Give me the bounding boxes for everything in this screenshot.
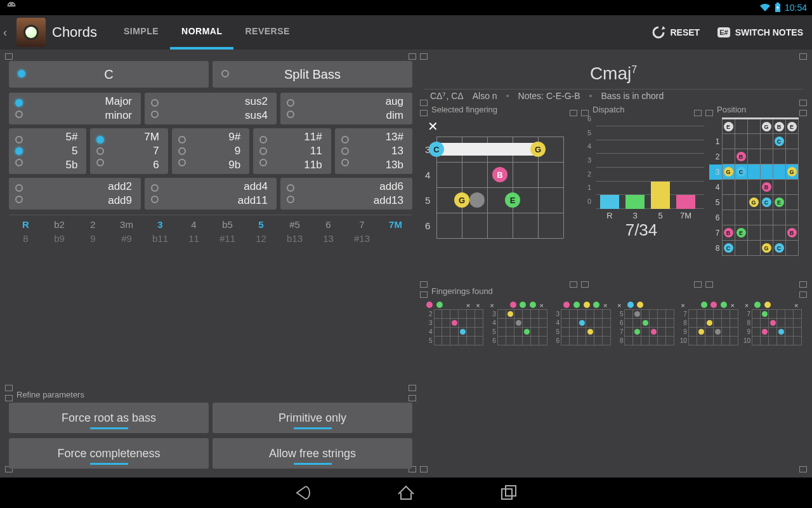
ext-9[interactable]: 9#99b	[172, 128, 249, 174]
nav-back-icon[interactable]	[293, 483, 313, 503]
degree-5[interactable]: 512	[244, 218, 278, 246]
ext-5[interactable]: 5#55b	[9, 128, 86, 174]
fingering-thumb[interactable]: ××2345	[425, 302, 483, 345]
nav-recent-icon[interactable]	[499, 483, 519, 503]
degree-7[interactable]: 7#13	[345, 218, 379, 246]
ext-11[interactable]: 11#1111b	[253, 128, 331, 174]
degree-7M[interactable]: 7M	[379, 218, 412, 246]
tab-simple[interactable]: SIMPLE	[112, 15, 170, 50]
quality-sus[interactable]: sus2sus4	[145, 93, 277, 124]
primitive-only[interactable]: Primitive only	[213, 403, 412, 433]
switch-notes-button[interactable]: E# SWITCH NOTES	[709, 27, 812, 37]
radio-on-icon	[18, 70, 25, 77]
status-left	[5, 2, 18, 14]
degree-3m[interactable]: 3m#9	[110, 218, 143, 246]
nav-home-icon[interactable]	[396, 483, 416, 503]
degree-6[interactable]: 613	[311, 218, 345, 246]
svg-point-0	[9, 4, 10, 5]
ext-7[interactable]: 7M76	[90, 128, 167, 174]
tab-reverse[interactable]: REVERSE	[233, 15, 301, 50]
quality-aug-dim[interactable]: augdim	[280, 93, 412, 124]
result-header-frame: Cmaj7 CΔ⁷, CΔ Also n• Notes: C-E-G-B• Ba…	[420, 53, 807, 106]
root-note-selector[interactable]: C	[9, 61, 209, 88]
app-bar: ‹ Chords SIMPLE NORMAL REVERSE RESET E# …	[0, 15, 812, 50]
degree-#5[interactable]: #5b13	[278, 218, 311, 246]
selected-fretboard[interactable]: 3456CGBGE	[436, 137, 571, 238]
add-2-9[interactable]: add2add9	[9, 178, 141, 210]
app-icon[interactable]	[16, 18, 46, 47]
fingering-thumb[interactable]: ×5678	[616, 302, 674, 345]
allow-free-strings[interactable]: Allow free strings	[213, 438, 412, 469]
ext-13[interactable]: 13#1313b	[335, 128, 412, 174]
add-4-11[interactable]: add4add11	[145, 178, 277, 210]
degree-strip: R8b2b9293m#93b11411b5#11512#5b136137#137…	[9, 215, 412, 246]
chord-name: Cmaj7	[424, 61, 803, 89]
degree-3[interactable]: 3b11	[143, 218, 177, 246]
wifi-icon	[759, 3, 771, 12]
reset-icon	[652, 25, 665, 39]
fingerings-list[interactable]: ××2345××3456×3456×5678××78910××78910	[424, 299, 803, 348]
radio-off-icon	[221, 70, 229, 77]
bugdroid-icon	[5, 2, 18, 12]
mode-tabs: SIMPLE NORMAL REVERSE	[112, 15, 301, 50]
chord-info-row: CΔ⁷, CΔ Also n• Notes: C-E-G-B• Bass is …	[424, 89, 803, 102]
refine-frame: Refine parameters Force root as bass Pri…	[5, 395, 416, 472]
note-name-icon: E#	[717, 27, 730, 37]
back-button[interactable]: ‹	[0, 26, 10, 39]
fingering-thumb[interactable]: ××78910	[743, 302, 802, 345]
position-frame: Position EGBE1C2B3GCG4B5GCE67BEB8CGC	[705, 110, 807, 288]
position-neck[interactable]: EGBE1C2B3GCG4B5GCE67BEB8CGC	[709, 117, 803, 256]
degree-b5[interactable]: b5#11	[211, 218, 244, 246]
svg-rect-4	[502, 489, 512, 499]
fingering-thumb[interactable]: ××3456	[488, 302, 547, 345]
tab-normal[interactable]: NORMAL	[170, 15, 233, 50]
clock: 10:54	[785, 3, 807, 13]
degree-2[interactable]: 29	[76, 218, 110, 246]
degree-b2[interactable]: b2b9	[43, 218, 76, 246]
selected-fingering-frame: Selected fingering ✕ 3456CGBGE	[420, 110, 577, 288]
refine-legend: Refine parameters	[14, 390, 87, 399]
fingering-thumb[interactable]: ××78910	[679, 302, 738, 345]
android-status-bar: 10:54	[0, 0, 812, 15]
add-6-13[interactable]: add6add13	[280, 178, 412, 210]
close-icon[interactable]: ✕	[424, 117, 573, 135]
dispatch-chart: 0123456R357M	[596, 120, 704, 209]
degree-R[interactable]: R8	[9, 218, 43, 246]
android-nav-bar	[0, 478, 812, 508]
chord-builder-frame: C Split Bass Majorminor sus2sus4	[5, 53, 416, 391]
svg-point-1	[13, 4, 14, 5]
fingering-thumb[interactable]: ×3456	[553, 302, 611, 345]
dispatch-frame: Dispatch 0123456R357M 7/34	[581, 110, 702, 288]
reset-button[interactable]: RESET	[643, 25, 709, 39]
svg-rect-3	[776, 3, 779, 4]
force-root-bass[interactable]: Force root as bass	[9, 403, 209, 433]
force-completeness[interactable]: Force completeness	[9, 438, 209, 469]
fingerings-found-frame: Fingerings found ××2345××3456×3456×5678×…	[420, 291, 807, 472]
degree-4[interactable]: 411	[177, 218, 211, 246]
battery-icon	[775, 3, 781, 13]
split-bass-selector[interactable]: Split Bass	[213, 61, 412, 88]
svg-rect-5	[506, 486, 516, 496]
quality-major-minor[interactable]: Majorminor	[9, 93, 141, 124]
screen-title: Chords	[52, 24, 97, 41]
